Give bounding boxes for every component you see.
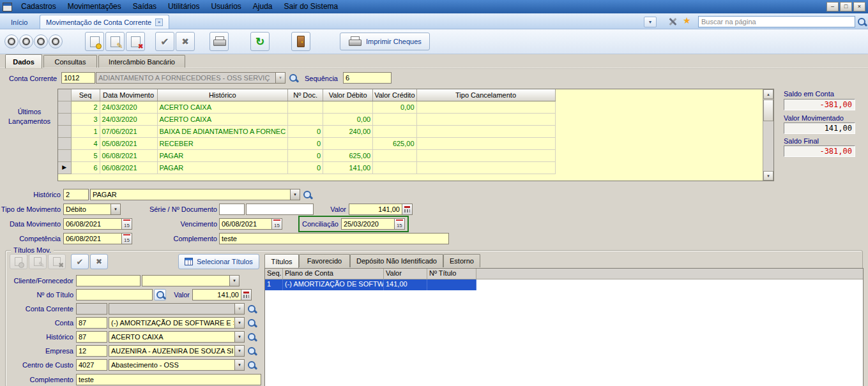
chevron-down-icon[interactable]: ▼ [110,204,120,214]
titulo-historico-combo[interactable]: ACERTO CAIXA ▼ [109,331,245,343]
chevron-down-icon[interactable]: ▼ [234,346,244,356]
tab-deposito-nao-identificado[interactable]: Depósito Não Identificado [350,254,443,267]
close-button[interactable]: × [853,2,865,11]
vencimento-field[interactable]: 06/08/2021 15 [219,218,282,230]
tab-intercambio-bancario[interactable]: Intercâmbio Bancário [98,55,185,68]
tab-list-dropdown-icon[interactable]: ▾ [644,17,657,27]
new-record-button[interactable] [85,32,104,51]
refresh-button[interactable]: ↻ [250,32,270,51]
table-row[interactable]: 1 07/06/2021 BAIXA DE ADIANTAMENTO A FOR… [58,125,555,137]
tab-movimentacao-conta-corrente[interactable]: Movimentação de Conta Corrente × [40,15,169,29]
empresa-search-icon[interactable] [247,346,257,356]
cancel-button[interactable]: ✖ [176,32,195,51]
menu-utilitarios[interactable]: Utilitários [162,0,205,13]
menu-saidas[interactable]: Saídas [127,0,162,13]
scroll-down-icon[interactable]: ▼ [763,171,773,181]
selecionar-titulos-button[interactable]: Selecionar Títulos [178,254,259,269]
column-header-seq[interactable]: Seq. [265,269,283,279]
menu-sair-do-sistema[interactable]: Sair do Sistema [278,0,344,13]
calendar-icon[interactable]: 15 [121,219,132,229]
tab-inicio[interactable]: Início [5,15,33,29]
historico-search-icon[interactable] [303,190,312,200]
valor-field[interactable]: 141,00 [349,204,413,215]
menu-movimentacoes[interactable]: Movimentações [62,0,127,13]
column-header-valor[interactable]: Valor [384,269,427,279]
column-header-tipo-cancelamento[interactable]: Tipo Cancelamento [416,89,555,101]
scroll-up-icon[interactable]: ▲ [763,89,773,99]
column-header-valor-credito[interactable]: Valor Crédito [373,89,416,101]
edit-record-button[interactable]: ✎ [105,32,125,51]
cliente-fornecedor-code-field[interactable] [76,275,141,286]
conta-code-field[interactable]: 87 [76,317,107,329]
tipo-movimento-combo[interactable]: Débito ▼ [63,204,121,215]
nav-last-button[interactable] [49,34,63,48]
column-header-valor-debito[interactable]: Valor Débito [323,89,373,101]
tab-favorecido[interactable]: Favorecido [299,254,350,267]
app-icon[interactable] [3,3,12,11]
table-row-selected[interactable]: 1 (-) AMORTIZAÇÃO DE SOFTWA 141,00 [265,279,476,290]
centro-de-custo-search-icon[interactable] [247,360,257,370]
favorites-star-icon[interactable]: ★ [683,15,691,26]
chevron-down-icon[interactable]: ▼ [234,332,244,342]
search-input[interactable] [698,16,855,27]
tab-estorno[interactable]: Estorno [443,254,480,267]
conta-search-icon[interactable] [247,318,257,328]
nav-first-button[interactable] [4,34,19,48]
titulo-cancel-button[interactable]: ✖ [90,254,108,269]
table-row[interactable]: 5 06/08/2021 PAGAR 0 625,00 [58,149,555,161]
tab-titulos[interactable]: Títulos [264,254,299,268]
sequencia-field[interactable]: 6 [343,72,392,84]
chevron-down-icon[interactable]: ▼ [234,360,244,370]
delete-record-button[interactable]: ✖ [126,32,145,51]
calculator-icon[interactable] [402,204,412,214]
historico-code-field[interactable]: 2 [63,189,89,200]
table-row-current[interactable]: ▶ 6 06/08/2021 PAGAR 0 141,00 [58,161,555,174]
table-row[interactable]: 2 24/03/2020 ACERTO CAIXA 0,00 [58,101,555,113]
nav-next-button[interactable] [34,34,48,48]
titulo-complemento-field[interactable]: teste [76,374,261,385]
calculator-icon[interactable] [241,290,251,300]
titulo-historico-code-field[interactable]: 87 [76,331,107,343]
serie-field[interactable] [219,204,245,215]
tab-consultas[interactable]: Consultas [43,55,97,68]
titulo-valor-field[interactable]: 141,00 [192,289,252,301]
empresa-code-field[interactable]: 12 [76,345,107,357]
close-tab-icon[interactable]: × [155,19,163,26]
calendar-icon[interactable]: 15 [271,219,282,229]
conta-corrente-combo[interactable]: ADIANTAMENTO A FORNECEDORES - OSS SERVIÇ… [96,72,286,84]
complemento-field[interactable]: teste [219,233,449,244]
table-row[interactable]: 4 05/08/2021 RECEBER 0 625,00 [58,137,555,149]
nav-prior-button[interactable] [19,34,33,48]
tab-dados[interactable]: Dados [5,54,42,68]
scrollbar-thumb[interactable] [763,100,773,121]
chevron-down-icon[interactable]: ▼ [234,318,244,328]
imprimir-cheques-button[interactable]: Imprimir Cheques [340,33,430,50]
column-header-num-titulo[interactable]: Nº Título [427,269,476,279]
calendar-icon[interactable]: 15 [394,219,404,229]
conta-combo[interactable]: (-) AMORTIZAÇÃO DE SOFTWARE E S ▼ [109,317,245,329]
conta-corrente-search-icon[interactable] [289,73,298,83]
cliente-fornecedor-combo[interactable]: ▼ [142,275,240,286]
search-icon[interactable] [857,17,867,27]
menu-ajuda[interactable]: Ajuda [247,0,278,13]
calendar-icon[interactable]: 15 [121,234,132,244]
vertical-scrollbar[interactable]: ▲ ▼ [763,89,773,181]
column-header-plano-de-conta[interactable]: Plano de Conta [283,269,384,279]
chevron-down-icon[interactable]: ▼ [290,189,300,200]
column-header-seq[interactable]: Seq [71,89,100,101]
centro-de-custo-code-field[interactable]: 4027 [76,359,107,371]
tools-icon[interactable] [667,17,678,27]
conciliacao-field[interactable]: 25/03/2020 15 [341,218,405,230]
competencia-field[interactable]: 06/08/2021 15 [63,233,132,244]
chevron-down-icon[interactable]: ▼ [275,73,285,83]
data-movimento-field[interactable]: 06/08/2021 15 [63,218,132,230]
historico-search-icon[interactable] [247,332,257,342]
conta-corrente-code-field[interactable]: 1012 [61,72,95,84]
print-button[interactable] [209,32,229,51]
empresa-combo[interactable]: AUZENIRA - AUZENIRA DE SOUZA SILV ▼ [109,345,245,357]
conta-corrente-search-icon[interactable] [247,304,257,314]
minimize-button[interactable]: – [826,2,839,11]
menu-usuarios[interactable]: Usuários [205,0,247,13]
menu-cadastros[interactable]: Cadastros [15,0,62,13]
titulo-confirm-button[interactable]: ✔ [71,254,89,269]
